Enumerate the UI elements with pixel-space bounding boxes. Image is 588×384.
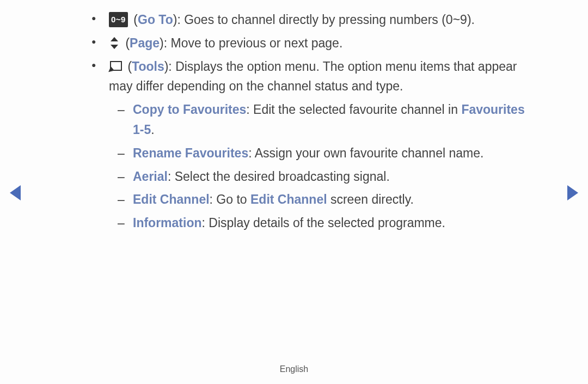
bullet-item: (Page): Move to previous or next page. bbox=[87, 33, 539, 53]
sub-item: Aerial: Select the desired broadcasting … bbox=[109, 167, 539, 187]
sub-item: Edit Channel: Go to Edit Channel screen … bbox=[109, 190, 539, 210]
keyword: Aerial bbox=[133, 169, 168, 184]
keyword: Rename Favourites bbox=[133, 146, 248, 160]
sub-item: Rename Favourites: Assign your own favou… bbox=[109, 143, 539, 163]
text: : Display details of the selected progra… bbox=[202, 216, 445, 230]
item-label: Go To bbox=[138, 13, 173, 27]
keyword: Edit Channel bbox=[133, 192, 210, 206]
sub-list: Copy to Favourites: Edit the selected fa… bbox=[109, 100, 539, 233]
sub-item: Copy to Favourites: Edit the selected fa… bbox=[109, 100, 539, 140]
text: . bbox=[151, 123, 154, 137]
bullet-item: 0~9 (Go To): Goes to channel directly by… bbox=[87, 10, 539, 30]
text: : Go to bbox=[210, 192, 250, 206]
page-content: 0~9 (Go To): Goes to channel directly by… bbox=[87, 10, 539, 236]
sub-item: Information: Display details of the sele… bbox=[109, 213, 539, 233]
page-up-down-icon bbox=[109, 37, 120, 49]
language-label: English bbox=[280, 364, 308, 374]
item-label: Tools bbox=[132, 59, 164, 74]
keyword: Information bbox=[133, 216, 202, 230]
item-body: ): Displays the option menu. The option … bbox=[109, 59, 517, 94]
bullet-item: (Tools): Displays the option menu. The o… bbox=[87, 57, 539, 233]
text: screen directly. bbox=[327, 192, 414, 206]
text: : Select the desired broadcasting signal… bbox=[168, 169, 390, 184]
item-body: ): Goes to channel directly by pressing … bbox=[173, 13, 475, 27]
item-body: ): Move to previous or next page. bbox=[160, 36, 342, 50]
tools-icon bbox=[109, 61, 122, 72]
keyword: Edit Channel bbox=[250, 192, 327, 206]
keyword: Copy to Favourites bbox=[133, 102, 246, 117]
page-language-footer: English bbox=[0, 364, 588, 374]
nav-next-arrow[interactable] bbox=[567, 185, 578, 200]
item-label: Page bbox=[130, 36, 160, 50]
text: : Edit the selected favourite channel in bbox=[246, 102, 461, 117]
text: : Assign your own favourite channel name… bbox=[248, 146, 483, 160]
numeric-keys-icon: 0~9 bbox=[109, 12, 128, 27]
nav-prev-arrow[interactable] bbox=[10, 185, 21, 200]
